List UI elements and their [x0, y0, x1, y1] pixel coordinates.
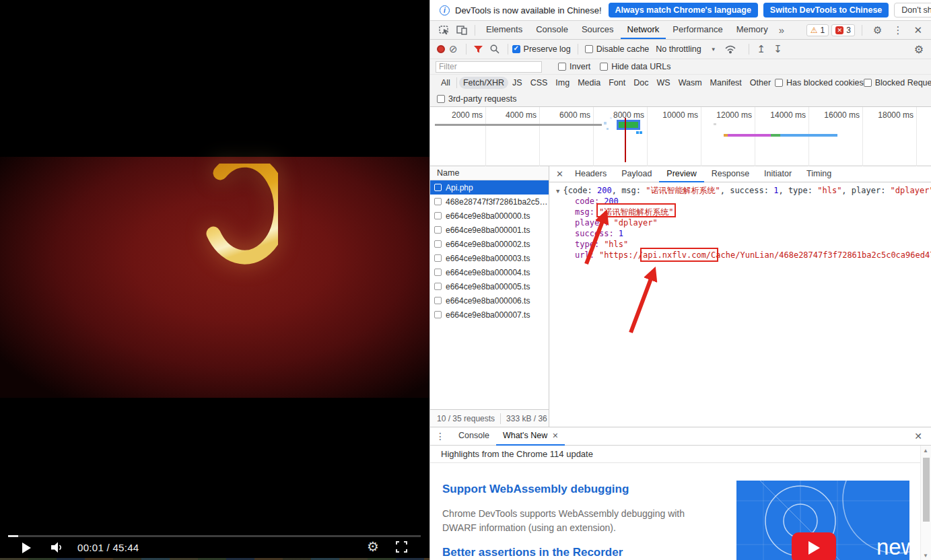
network-settings-gear-icon[interactable]: ⚙ [914, 43, 924, 56]
tab-console[interactable]: Console [529, 21, 575, 39]
json-root-line[interactable]: ▼{code: 200, msg: "诺讯智能解析系统", success: 1… [549, 185, 931, 196]
request-checkbox[interactable] [434, 311, 442, 318]
settings-gear-icon[interactable]: ⚙ [873, 24, 882, 36]
network-conditions-icon[interactable] [724, 44, 736, 54]
tab-preview[interactable]: Preview [659, 166, 703, 182]
play-button[interactable] [22, 542, 31, 553]
chip-manifest[interactable]: Manifest [706, 77, 746, 89]
tab-network[interactable]: Network [621, 21, 666, 39]
search-icon[interactable] [490, 44, 499, 54]
more-tabs-icon[interactable]: » [775, 24, 788, 36]
tab-memory[interactable]: Memory [730, 21, 775, 39]
json-preview[interactable]: ▼{code: 200, msg: "诺讯智能解析系统", success: 1… [549, 182, 931, 260]
request-checkbox[interactable] [434, 212, 442, 219]
scroll-up-icon[interactable]: ▲ [923, 448, 928, 454]
tab-headers[interactable]: Headers [567, 166, 614, 182]
tab-initiator[interactable]: Initiator [757, 166, 799, 182]
drawer-close-icon[interactable]: ✕ [914, 431, 922, 442]
request-row-api-php[interactable]: Api.php [430, 180, 549, 195]
request-checkbox[interactable] [434, 198, 442, 205]
request-checkbox[interactable] [434, 269, 442, 276]
blocked-requests-checkbox[interactable] [864, 79, 872, 87]
export-har-icon[interactable]: ↧ [773, 43, 782, 55]
whats-new-scrollbar[interactable]: ▲ ▼ [920, 446, 931, 560]
tab-sources[interactable]: Sources [575, 21, 621, 39]
drawer-tab-close-icon[interactable]: ✕ [552, 431, 558, 440]
drawer-more-menu-icon[interactable]: ⋮ [436, 431, 445, 442]
device-toolbar-icon[interactable] [456, 26, 467, 35]
request-checkbox[interactable] [434, 226, 442, 234]
chip-wasm[interactable]: Wasm [675, 77, 706, 89]
request-checkbox[interactable] [434, 184, 442, 191]
chip-js[interactable]: JS [508, 77, 526, 89]
request-row[interactable]: e664ce9e8ba000002.ts [430, 237, 549, 251]
tab-response[interactable]: Response [704, 166, 757, 182]
network-overview-timeline[interactable]: 2000 ms 4000 ms 6000 ms 8000 ms 10000 ms… [430, 107, 931, 166]
volume-button[interactable] [51, 542, 63, 553]
request-name: e664ce9e8ba000007.ts [446, 310, 530, 320]
whats-new-heading-2[interactable]: Better assertions in the Recorder [442, 546, 623, 559]
tab-elements[interactable]: Elements [479, 21, 529, 39]
chip-media[interactable]: Media [574, 77, 605, 89]
import-har-icon[interactable]: ↥ [757, 43, 766, 55]
blocked-cookies-checkbox[interactable] [775, 79, 783, 87]
throttling-dropdown[interactable]: No throttling ▼ [656, 44, 716, 54]
chip-other[interactable]: Other [746, 77, 775, 89]
chip-font[interactable]: Font [605, 77, 629, 89]
expander-icon[interactable]: ▼ [556, 188, 559, 195]
chip-all[interactable]: All [437, 77, 454, 89]
drawer-tab-whats-new[interactable]: What's New ✕ [496, 427, 565, 446]
devtools-close-icon[interactable]: ✕ [913, 24, 922, 36]
request-name: e664ce9e8ba000000.ts [446, 211, 530, 221]
disable-cache-checkbox[interactable] [585, 45, 593, 53]
issues-badge[interactable]: ✕3 [831, 24, 855, 36]
request-row[interactable]: e664ce9e8ba000001.ts [430, 223, 549, 237]
scroll-down-icon[interactable]: ▼ [923, 553, 928, 559]
request-checkbox[interactable] [434, 297, 442, 304]
whats-new-thumbnail[interactable]: new [736, 481, 909, 560]
request-row[interactable]: e664ce9e8ba000000.ts [430, 209, 549, 223]
chip-ws[interactable]: WS [652, 77, 674, 89]
chip-doc[interactable]: Doc [629, 77, 652, 89]
record-icon[interactable] [437, 45, 445, 53]
preserve-log-checkbox[interactable] [512, 45, 520, 53]
details-close-icon[interactable]: ✕ [556, 169, 563, 179]
load-event-line [625, 118, 626, 162]
request-row[interactable]: e664ce9e8ba000005.ts [430, 279, 549, 293]
fullscreen-button[interactable] [396, 541, 407, 553]
more-menu-icon[interactable]: ⋮ [893, 24, 903, 36]
chip-fetch-xhr[interactable]: Fetch/XHR [459, 77, 508, 89]
chip-img[interactable]: Img [551, 77, 574, 89]
warnings-badge[interactable]: ⚠1 [806, 24, 829, 36]
tab-payload[interactable]: Payload [614, 166, 659, 182]
match-language-button[interactable]: Always match Chrome's language [609, 3, 758, 18]
request-checkbox[interactable] [434, 240, 442, 248]
request-checkbox[interactable] [434, 283, 442, 290]
request-row[interactable]: e664ce9e8ba000007.ts [430, 308, 549, 322]
inspect-element-icon[interactable] [439, 25, 450, 35]
drawer-tab-console[interactable]: Console [452, 427, 496, 446]
youtube-play-button[interactable] [792, 532, 836, 560]
request-row[interactable]: e664ce9e8ba000006.ts [430, 293, 549, 308]
filter-input[interactable] [436, 61, 542, 73]
dont-show-again-button[interactable]: Don't show again [894, 3, 931, 18]
tab-timing[interactable]: Timing [799, 166, 839, 182]
filter-icon[interactable] [474, 46, 483, 53]
video-player[interactable]: 00:01 / 45:44 ⚙ [0, 0, 429, 560]
third-party-checkbox[interactable] [437, 95, 445, 103]
chip-css[interactable]: CSS [526, 77, 552, 89]
hide-data-urls-checkbox[interactable] [600, 63, 608, 71]
scrollbar-thumb[interactable] [923, 458, 930, 522]
clear-icon[interactable]: ⊘ [449, 43, 458, 55]
request-row[interactable]: 468e28747f3f72861ba2c5… [430, 195, 549, 209]
tab-performance[interactable]: Performance [666, 21, 729, 39]
video-settings-icon[interactable]: ⚙ [367, 538, 379, 555]
invert-checkbox[interactable] [558, 63, 566, 71]
request-row[interactable]: e664ce9e8ba000004.ts [430, 265, 549, 279]
requests-column-header[interactable]: Name [430, 166, 549, 180]
request-checkbox[interactable] [434, 254, 442, 262]
request-row[interactable]: e664ce9e8ba000003.ts [430, 251, 549, 265]
switch-to-chinese-button[interactable]: Switch DevTools to Chinese [763, 3, 889, 18]
video-progress-bar[interactable] [8, 535, 421, 537]
whats-new-heading-1[interactable]: Support WebAssembly debugging [442, 483, 629, 496]
